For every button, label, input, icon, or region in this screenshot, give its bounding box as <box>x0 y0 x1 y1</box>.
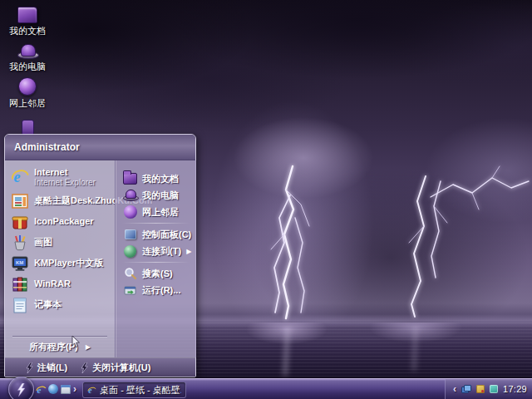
search-icon <box>123 267 137 281</box>
network-globe-icon <box>123 205 137 219</box>
shut-down-button[interactable]: 关闭计算机(U) <box>81 362 150 373</box>
tray-input-method-icon[interactable] <box>476 385 485 393</box>
taskbar-window-button[interactable]: e 桌面 - 壁纸 - 桌酷壁... <box>82 382 186 398</box>
notepad-icon <box>11 296 29 314</box>
desktop-icon-my-computer[interactable]: 我的电脑 <box>2 39 53 73</box>
network-places-icon <box>17 76 38 96</box>
quick-launch-globe-icon[interactable] <box>47 383 59 395</box>
menu-item-iconpackager[interactable]: IconPackager <box>5 211 115 232</box>
menu-item-run[interactable]: 运行(R)... <box>116 282 196 298</box>
start-menu-places-column: 我的文档 我的电脑 网上邻居 控制面板(C) <box>115 160 196 357</box>
mouse-cursor <box>71 336 81 348</box>
menu-item-zhuoku-theme[interactable]: 桌酷主题Desk.ZhuoKu.Com <box>5 190 115 211</box>
paint-icon <box>11 234 29 252</box>
menu-item-paint[interactable]: 画图 <box>5 232 115 253</box>
menu-separator <box>122 223 190 224</box>
menu-item-my-documents[interactable]: 我的文档 <box>116 170 196 187</box>
start-button[interactable] <box>8 377 34 399</box>
desktop-icon-my-documents[interactable]: 我的文档 <box>2 3 53 37</box>
menu-item-winrar[interactable]: WinRAR <box>5 273 115 294</box>
documents-folder-icon <box>123 172 137 186</box>
computer-icon <box>123 189 137 203</box>
menu-spacer <box>5 315 115 336</box>
quick-launch-overflow-chevron[interactable]: › <box>73 383 76 395</box>
ie-window-icon: e <box>87 385 96 395</box>
tray-network-icon[interactable] <box>461 385 471 393</box>
menu-item-notepad[interactable]: 记事本 <box>5 294 115 315</box>
lightning-bolt-icon <box>26 362 33 373</box>
menu-item-control-panel[interactable]: 控制面板(C) <box>116 226 196 243</box>
system-tray: ‹ 17:29 <box>445 379 532 399</box>
desktop-icon-label: 网上邻居 <box>9 97 46 110</box>
menu-item-kmplayer[interactable]: KM KMPlayer中文版 <box>5 253 115 273</box>
desktop-screen: 我的文档 我的电脑 网上邻居 Administrator e <box>0 0 532 399</box>
chevron-right-icon: ▶ <box>86 343 91 351</box>
start-menu: Administrator e Internet Internet Explor… <box>4 134 196 377</box>
start-menu-pinned-column: e Internet Internet Explorer <box>5 160 115 357</box>
menu-item-search[interactable]: 搜索(S) <box>116 265 196 282</box>
my-computer-icon <box>17 39 38 59</box>
svg-text:e: e <box>37 385 41 395</box>
iconpackager-icon <box>11 213 29 231</box>
user-name: Administrator <box>14 141 80 153</box>
zhuoku-theme-icon <box>11 192 29 210</box>
menu-item-my-computer[interactable]: 我的电脑 <box>116 187 196 204</box>
tray-collapse-chevron[interactable]: ‹ <box>453 383 456 395</box>
tray-app-icon[interactable] <box>490 385 498 393</box>
taskbar: e › e 桌面 - 壁纸 - 桌酷壁... ‹ 17:29 <box>0 378 532 399</box>
run-icon <box>123 283 137 298</box>
start-menu-user-banner: Administrator <box>5 135 195 160</box>
svg-text:KM: KM <box>16 260 23 265</box>
desktop-icon-label: 我的电脑 <box>9 61 46 73</box>
menu-spacer <box>116 298 196 357</box>
kmplayer-icon: KM <box>11 254 29 273</box>
desktop-icon-network-places[interactable]: 网上邻居 <box>2 76 53 110</box>
desktop-icon-label: 我的文档 <box>9 25 46 37</box>
menu-item-network-places[interactable]: 网上邻居 <box>116 204 196 220</box>
connect-to-icon <box>123 244 137 259</box>
menu-item-connect-to[interactable]: 连接到(T) ▶ <box>116 243 196 259</box>
lightning-bolt-icon <box>81 362 88 373</box>
internet-explorer-icon: e <box>11 168 29 186</box>
control-panel-icon <box>123 228 137 242</box>
menu-item-internet-explorer[interactable]: e Internet Internet Explorer <box>5 164 115 190</box>
taskbar-clock: 17:29 <box>503 384 527 394</box>
log-off-button[interactable]: 注销(L) <box>26 362 67 373</box>
window-title: 桌面 - 壁纸 - 桌酷壁... <box>100 384 181 397</box>
quick-launch-ie-icon[interactable]: e <box>35 383 47 395</box>
all-programs-button[interactable]: 所有程序(P) ▶ <box>5 336 115 357</box>
start-menu-footer: 注销(L) 关闭计算机(U) <box>5 357 195 377</box>
submenu-arrow-icon: ▶ <box>186 248 191 255</box>
menu-separator <box>122 262 190 263</box>
winrar-icon <box>11 275 29 293</box>
quick-launch-window-icon[interactable] <box>60 383 71 395</box>
start-lightning-icon <box>17 383 26 397</box>
my-documents-icon <box>17 3 38 23</box>
